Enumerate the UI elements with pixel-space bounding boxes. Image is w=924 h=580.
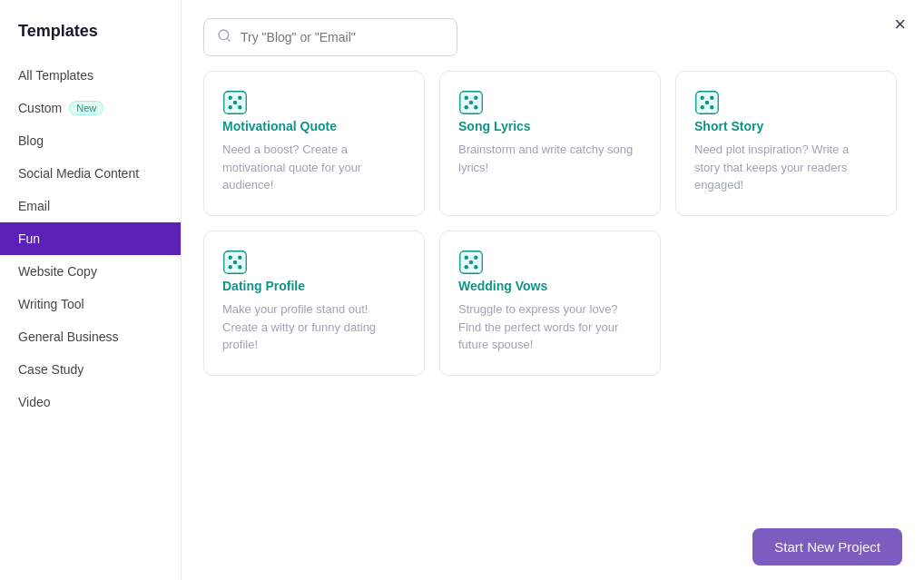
search-area — [182, 0, 924, 71]
card-icon-short-story — [694, 90, 878, 119]
start-new-project-button[interactable]: Start New Project — [752, 528, 902, 565]
svg-point-17 — [701, 105, 704, 109]
sidebar-item-label: Fun — [18, 231, 40, 246]
svg-point-31 — [469, 261, 473, 264]
sidebar-item-label: Social Media Content — [18, 166, 139, 181]
search-input[interactable] — [241, 30, 444, 44]
badge-new: New — [69, 101, 103, 115]
sidebar-item-email[interactable]: Email — [0, 190, 181, 222]
footer: Start New Project — [182, 517, 924, 580]
search-icon — [217, 28, 231, 46]
sidebar-item-label: All Templates — [18, 68, 93, 83]
sidebar-item-blog[interactable]: Blog — [0, 124, 181, 157]
svg-line-1 — [227, 38, 230, 41]
svg-point-13 — [469, 101, 473, 104]
card-desc-dating-profile: Make your profile stand out! Create a wi… — [222, 300, 406, 354]
svg-point-28 — [474, 256, 477, 260]
card-icon-song-lyrics — [458, 90, 642, 119]
svg-point-5 — [229, 105, 232, 109]
main-content: × Motivationa — [182, 0, 924, 580]
card-desc-song-lyrics: Brainstorm and write catchy song lyrics! — [458, 141, 642, 176]
svg-point-22 — [238, 256, 241, 260]
sidebar-item-video[interactable]: Video — [0, 386, 181, 418]
sidebar-item-label: Website Copy — [18, 264, 97, 279]
svg-point-18 — [710, 105, 713, 109]
card-desc-motivational-quote: Need a boost? Create a motivational quot… — [222, 141, 406, 194]
modal: Templates All TemplatesCustomNewBlogSoci… — [0, 0, 924, 580]
template-card-motivational-quote[interactable]: Motivational QuoteNeed a boost? Create a… — [203, 71, 425, 216]
card-icon-dating-profile — [222, 250, 406, 279]
svg-point-7 — [233, 101, 237, 104]
svg-point-29 — [465, 265, 468, 269]
card-icon-wedding-vows — [458, 250, 642, 279]
card-desc-short-story: Need plot inspiration? Write a story tha… — [694, 141, 878, 194]
svg-point-21 — [229, 256, 232, 260]
sidebar: Templates All TemplatesCustomNewBlogSoci… — [0, 0, 182, 580]
svg-point-27 — [465, 256, 468, 260]
svg-point-9 — [465, 96, 468, 100]
svg-point-15 — [701, 96, 704, 100]
svg-point-3 — [229, 96, 232, 100]
svg-point-6 — [238, 105, 241, 109]
sidebar-item-label: Case Study — [18, 362, 84, 377]
svg-point-25 — [233, 261, 237, 264]
close-button[interactable]: × — [894, 15, 906, 34]
template-card-wedding-vows[interactable]: Wedding VowsStruggle to express your lov… — [439, 231, 661, 376]
sidebar-item-social-media-content[interactable]: Social Media Content — [0, 157, 181, 190]
svg-point-30 — [474, 265, 477, 269]
sidebar-item-all-templates[interactable]: All Templates — [0, 59, 181, 92]
cards-scroll: Motivational QuoteNeed a boost? Create a… — [203, 71, 902, 517]
sidebar-item-label: Email — [18, 199, 50, 213]
sidebar-item-label: General Business — [18, 329, 119, 344]
sidebar-item-writing-tool[interactable]: Writing Tool — [0, 288, 181, 320]
svg-point-12 — [474, 105, 477, 109]
cards-outer: Motivational QuoteNeed a boost? Create a… — [182, 71, 924, 517]
sidebar-item-fun[interactable]: Fun — [0, 222, 181, 255]
card-title-short-story: Short Story — [694, 119, 878, 133]
svg-point-4 — [238, 96, 241, 100]
sidebar-item-label: Writing Tool — [18, 297, 84, 311]
sidebar-item-label: Video — [18, 395, 51, 409]
sidebar-item-case-study[interactable]: Case Study — [0, 353, 181, 386]
search-bar-container — [203, 18, 457, 56]
sidebar-item-general-business[interactable]: General Business — [0, 320, 181, 353]
svg-point-19 — [705, 101, 709, 104]
sidebar-title: Templates — [0, 22, 181, 59]
sidebar-item-label: Blog — [18, 133, 44, 148]
sidebar-item-label: Custom — [18, 101, 62, 115]
svg-point-23 — [229, 265, 232, 269]
template-card-song-lyrics[interactable]: Song LyricsBrainstorm and write catchy s… — [439, 71, 661, 216]
card-icon-motivational-quote — [222, 90, 406, 119]
svg-point-11 — [465, 105, 468, 109]
card-title-motivational-quote: Motivational Quote — [222, 119, 406, 133]
svg-point-10 — [474, 96, 477, 100]
template-card-dating-profile[interactable]: Dating ProfileMake your profile stand ou… — [203, 231, 425, 376]
card-title-wedding-vows: Wedding Vows — [458, 279, 642, 293]
svg-point-24 — [238, 265, 241, 269]
template-card-short-story[interactable]: Short StoryNeed plot inspiration? Write … — [675, 71, 897, 216]
card-desc-wedding-vows: Struggle to express your love? Find the … — [458, 300, 642, 354]
sidebar-item-website-copy[interactable]: Website Copy — [0, 255, 181, 288]
card-title-dating-profile: Dating Profile — [222, 279, 406, 293]
svg-point-16 — [710, 96, 713, 100]
card-title-song-lyrics: Song Lyrics — [458, 119, 642, 133]
sidebar-item-custom[interactable]: CustomNew — [0, 92, 181, 124]
cards-grid: Motivational QuoteNeed a boost? Create a… — [203, 71, 897, 390]
